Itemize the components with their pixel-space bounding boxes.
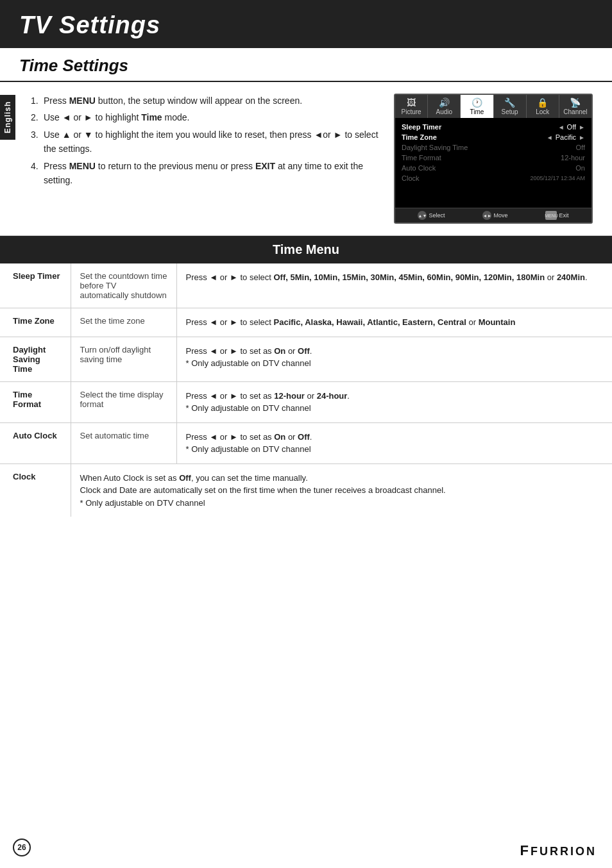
clock-off-bold: Off <box>179 473 191 483</box>
tv-footer-move-label: Move <box>493 212 507 219</box>
desc-autoclock: Set automatic time <box>71 422 176 463</box>
tv-screen-mockup: 🖼 Picture 🔊 Audio 🕐 Time 🔧 Setup 🔒 <box>394 94 593 224</box>
tv-tab-picture-label: Picture <box>402 108 421 115</box>
tv-tab-channel: 📡 Channel <box>559 95 591 118</box>
tv-row-timeformat: Time Format 12-hour <box>402 153 585 163</box>
right-arrow-tz: ► <box>579 134 585 141</box>
tv-footer-select-label: Select <box>429 212 445 219</box>
step-2: Use ◄ or ► to highlight Time mode. <box>31 110 378 124</box>
time-menu-section: Time Menu Sleep Timer Set the countdown … <box>0 236 612 517</box>
tz-mountain: Mountain <box>479 317 516 327</box>
tv-label-timeformat: Time Format <box>402 154 441 162</box>
page-number: 26 <box>13 839 31 856</box>
table-row-sleep-timer: Sleep Timer Set the countdown time befor… <box>0 263 612 308</box>
right-arrow-sleep: ► <box>579 124 585 131</box>
desc-timeformat: Select the time display format <box>71 381 176 422</box>
exit-icon: MENU <box>545 211 557 220</box>
tv-value-timeformat: 12-hour <box>561 154 585 162</box>
tv-value-clock: 2005/12/17 12:34 AM <box>530 175 585 181</box>
instr-autoclock: Press ◄ or ► to set as On or Off. * Only… <box>176 422 612 463</box>
tv-footer-move: ◄► Move <box>482 211 507 220</box>
tv-row-autoclock: Auto Clock On <box>402 163 585 173</box>
time-menu-table: Sleep Timer Set the countdown time befor… <box>0 263 612 517</box>
lock-icon: 🔒 <box>528 97 557 108</box>
section-heading: Time Settings <box>0 48 612 82</box>
fmt-12hr: 12-hour <box>274 391 305 401</box>
tv-tab-setup-label: Setup <box>502 108 518 115</box>
setup-icon: 🔧 <box>495 97 525 108</box>
desc-sleep-timer: Set the countdown time before TV automat… <box>71 263 176 308</box>
tv-label-timezone: Time Zone <box>402 133 437 141</box>
page-title: TV Settings <box>19 12 593 39</box>
tv-footer-exit-label: Exit <box>559 212 568 219</box>
move-icon: ◄► <box>482 211 491 220</box>
brand-logo: FURRION <box>520 842 597 859</box>
tv-row-sleep-timer: Sleep Timer ◄ Off ► <box>402 122 585 132</box>
table-row-dst: DaylightSaving Time Turn on/off daylight… <box>0 337 612 381</box>
tv-label-autoclock: Auto Clock <box>402 164 436 172</box>
table-row-clock: Clock When Auto Clock is set as Off, you… <box>0 463 612 517</box>
step-1: Press MENU button, the setup window will… <box>31 94 378 108</box>
desc-timezone: Set the time zone <box>71 308 176 337</box>
left-arrow-sleep: ◄ <box>558 124 565 131</box>
table-row-autoclock: Auto Clock Set automatic time Press ◄ or… <box>0 422 612 463</box>
tv-tab-bar: 🖼 Picture 🔊 Audio 🕐 Time 🔧 Setup 🔒 <box>395 95 591 118</box>
tv-row-clock: Clock 2005/12/17 12:34 AM <box>402 173 585 183</box>
language-tab: English <box>0 95 15 140</box>
tv-tab-picture: 🖼 Picture <box>395 95 428 118</box>
tv-tab-setup: 🔧 Setup <box>494 95 527 118</box>
instr-dst: Press ◄ or ► to set as On or Off. * Only… <box>176 337 612 381</box>
tv-tab-lock-label: Lock <box>536 108 549 115</box>
label-sleep-timer: Sleep Timer <box>0 263 71 308</box>
label-autoclock: Auto Clock <box>0 422 71 463</box>
label-timezone: Time Zone <box>0 308 71 337</box>
menu-label-1: MENU <box>69 96 96 106</box>
desc-dst: Turn on/off daylight saving time <box>71 337 176 381</box>
channel-icon: 📡 <box>561 97 590 108</box>
section-title: Time Settings <box>19 56 593 76</box>
time-menu-title: Time Menu <box>0 236 612 263</box>
step-4: Press MENU to return to the previous men… <box>31 159 378 188</box>
instr-sleep-timer: Press ◄ or ► to select Off, 5Min, 10Min,… <box>176 263 612 308</box>
tv-footer-exit: MENU Exit <box>545 211 568 220</box>
tv-label-clock: Clock <box>402 174 420 182</box>
time-label: Time <box>141 112 162 122</box>
exit-label: EXIT <box>255 161 275 171</box>
tv-value-timezone: ◄ Pacific ► <box>547 133 585 141</box>
tz-values-bold: Pacific, Alaska, Hawaii, Atlantic, Easte… <box>274 317 466 327</box>
picture-icon: 🖼 <box>396 97 426 108</box>
tv-label-sleep: Sleep Timer <box>402 123 441 131</box>
instr-clock: When Auto Clock is set as Off, you can s… <box>71 463 612 517</box>
ac-on: On <box>274 432 285 442</box>
tv-label-dst: Daylight Saving Time <box>402 144 468 151</box>
instructions-list: Press MENU button, the setup window will… <box>31 94 378 224</box>
tv-tab-lock: 🔒 Lock <box>527 95 559 118</box>
tv-tab-audio-label: Audio <box>436 108 452 115</box>
time-icon: 🕐 <box>462 97 491 108</box>
tv-value-autoclock: On <box>575 164 585 172</box>
tv-menu-area: Sleep Timer ◄ Off ► Time Zone ◄ Pacific … <box>395 118 591 208</box>
tv-row-dst: Daylight Saving Time Off <box>402 142 585 153</box>
tv-value-dst: Off <box>576 144 585 151</box>
tv-tab-time: 🕐 Time <box>461 95 493 118</box>
label-clock: Clock <box>0 463 71 517</box>
tv-tab-time-label: Time <box>470 108 484 115</box>
menu-label-2: MENU <box>69 161 96 171</box>
sleep-value-240: 240Min <box>557 272 585 282</box>
tv-tab-channel-label: Channel <box>563 108 587 115</box>
main-content: Press MENU button, the setup window will… <box>0 82 612 236</box>
label-dst: DaylightSaving Time <box>0 337 71 381</box>
table-row-timeformat: Time Format Select the time display form… <box>0 381 612 422</box>
tv-footer: ▲▼ Select ◄► Move MENU Exit <box>395 208 591 222</box>
steps: Press MENU button, the setup window will… <box>31 94 378 187</box>
step-3: Use ▲ or ▼ to highlight the item you wou… <box>31 128 378 156</box>
ac-off: Off <box>298 432 310 442</box>
page-header: TV Settings <box>0 0 612 48</box>
label-timeformat: Time Format <box>0 381 71 422</box>
select-icon: ▲▼ <box>418 211 427 220</box>
dst-on: On <box>274 346 285 356</box>
table-row-timezone: Time Zone Set the time zone Press ◄ or ►… <box>0 308 612 337</box>
tv-value-sleep: ◄ Off ► <box>558 123 585 131</box>
instr-timezone: Press ◄ or ► to select Pacific, Alaska, … <box>176 308 612 337</box>
instr-timeformat: Press ◄ or ► to set as 12-hour or 24-hou… <box>176 381 612 422</box>
